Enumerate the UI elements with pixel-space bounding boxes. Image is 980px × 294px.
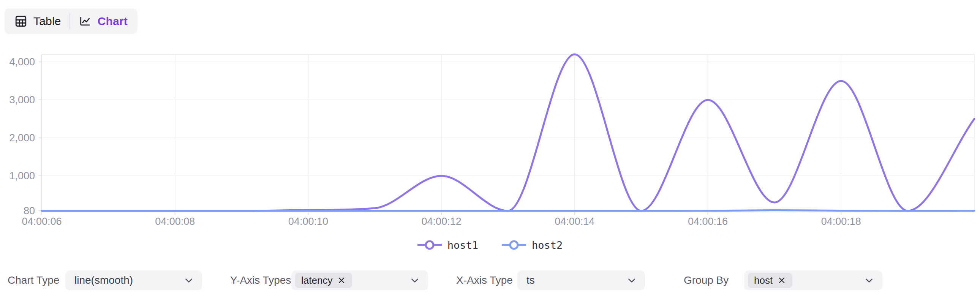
legend-label-host1: host1 [447, 239, 478, 251]
chart-type-select[interactable]: line(smooth) [65, 270, 202, 290]
chart-legend: host1 host2 [0, 235, 980, 254]
group-by-label: Group By [684, 270, 729, 291]
x-tick-label: 04:00:14 [541, 216, 609, 227]
x-tick-label: 04:00:16 [674, 216, 742, 227]
y-axis-types-label: Y-Axis Types [230, 270, 291, 291]
y-tick-label: 80 [0, 205, 35, 217]
chart-controls: Chart Type line(smooth) Y-Axis Types lat… [0, 270, 980, 291]
chart-type-value: line(smooth) [75, 274, 183, 286]
y-axis-tag-latency[interactable]: latency [295, 273, 352, 288]
legend-marker-host1 [417, 239, 442, 251]
chevron-down-icon [409, 275, 420, 286]
remove-tag-icon[interactable] [777, 276, 786, 285]
x-tick-label: 04:00:12 [407, 216, 476, 227]
y-tick-label: 3,000 [0, 94, 35, 106]
group-by-tag-host[interactable]: host [748, 273, 792, 288]
x-tick-label: 04:00:06 [8, 216, 76, 227]
chart-type-label: Chart Type [8, 270, 59, 291]
y-tick-label: 4,000 [0, 56, 35, 68]
legend-item-host1[interactable]: host1 [417, 239, 478, 251]
x-tick-label: 04:00:18 [807, 216, 875, 227]
y-axis-types-select[interactable]: latency [291, 270, 428, 290]
remove-tag-icon[interactable] [337, 276, 346, 285]
chevron-down-icon [863, 275, 875, 286]
legend-label-host2: host2 [532, 239, 563, 251]
x-axis-type-value: ts [527, 274, 626, 286]
x-tick-label: 04:00:10 [274, 216, 342, 227]
chevron-down-icon [183, 275, 194, 286]
y-tick-label: 2,000 [0, 132, 35, 144]
legend-item-host2[interactable]: host2 [502, 239, 563, 251]
x-axis-type-select[interactable]: ts [517, 270, 645, 290]
y-tick-label: 1,000 [0, 170, 35, 182]
x-tick-label: 04:00:08 [141, 216, 209, 227]
x-axis-type-label: X-Axis Type [456, 270, 513, 291]
group-by-select[interactable]: host [744, 270, 882, 290]
chart-view-page: Table Chart 801,0002,0003,0004,00004:00:… [0, 0, 980, 294]
chevron-down-icon [626, 275, 637, 286]
tag-label: latency [301, 275, 332, 286]
legend-marker-host2 [502, 239, 526, 251]
tag-label: host [754, 275, 773, 286]
